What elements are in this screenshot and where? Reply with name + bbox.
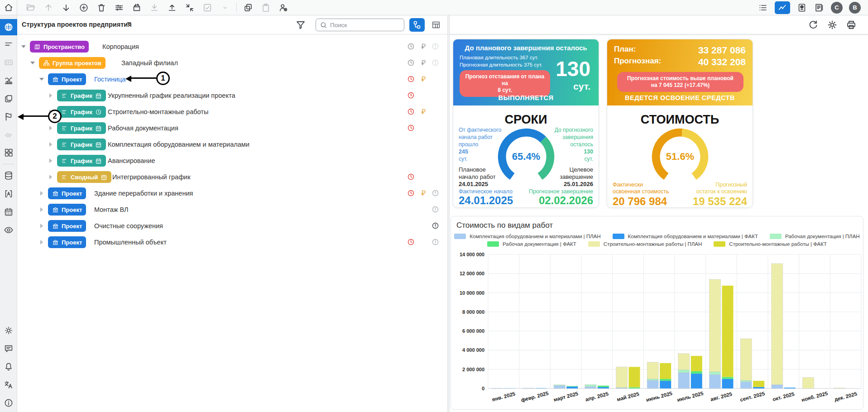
- project-tree: ПространствоКорпорацияГруппа проектовЗап…: [17, 34, 447, 412]
- paste-icon: [261, 3, 271, 13]
- ruble-status-icon: [419, 58, 427, 67]
- tree-row[interactable]: ГрафикРабочая документация: [17, 120, 447, 136]
- tree-row[interactable]: ПроектОчистные сооружения: [17, 218, 447, 234]
- tree-item-label[interactable]: Интегрированный график: [62, 173, 191, 181]
- tree-caret-closed[interactable]: [47, 157, 54, 164]
- tree-row[interactable]: ПроектГостиница: [17, 71, 447, 87]
- tree-item-label[interactable]: Корпорация: [34, 43, 139, 50]
- sidebar-item-histogram[interactable]: [0, 72, 17, 90]
- report-button[interactable]: [814, 2, 825, 13]
- tree-caret-open[interactable]: [29, 59, 36, 67]
- translate-icon: [4, 380, 14, 390]
- tree-row[interactable]: ПространствоКорпорация: [17, 38, 447, 55]
- tree-caret-closed[interactable]: [38, 190, 45, 197]
- trash-button[interactable]: [96, 2, 107, 13]
- sidebar-item-globe[interactable]: [0, 19, 17, 35]
- upload-button[interactable]: [167, 2, 177, 13]
- unpack-box-button[interactable]: [131, 2, 142, 13]
- svg-text:нояб. 2025: нояб. 2025: [801, 390, 829, 402]
- flag-icon: [4, 112, 14, 122]
- sidebar-item-grid[interactable]: [0, 144, 17, 162]
- clock-status-icon: [407, 58, 415, 67]
- sidebar-item-eye[interactable]: [0, 221, 17, 239]
- tree-caret-closed[interactable]: [47, 108, 54, 115]
- tree-item-label[interactable]: Здание переработки и хранения: [53, 190, 193, 197]
- tree-caret-closed[interactable]: [47, 92, 54, 99]
- adjustments-button[interactable]: [114, 2, 125, 13]
- tree-item-label[interactable]: Рабочая документация: [62, 125, 178, 132]
- sidebar-item-sun[interactable]: [0, 321, 17, 340]
- table-view-toggle[interactable]: [428, 18, 444, 32]
- tree-item-label[interactable]: Комплектация оборудованием и материалами: [62, 141, 249, 148]
- tree-item-label[interactable]: Промышленный объект: [53, 239, 167, 246]
- trash-icon: [96, 3, 106, 13]
- home-button[interactable]: [0, 0, 17, 15]
- info-status-icon: [431, 42, 440, 51]
- tree-caret-closed[interactable]: [47, 125, 54, 132]
- collapse-button[interactable]: [184, 2, 195, 13]
- tree-item-label[interactable]: Строительно-монтажные работы: [62, 108, 208, 115]
- tree-item-label[interactable]: Авансирование: [62, 157, 155, 164]
- tree-row[interactable]: ГрафикСтроительно-монтажные работы: [17, 104, 447, 120]
- analytics-view-button[interactable]: [775, 1, 790, 14]
- tree-item-label[interactable]: Очистные сооружения: [53, 222, 163, 230]
- tree-item-label[interactable]: Монтаж ВЛ: [53, 206, 129, 213]
- tree-caret-closed[interactable]: [47, 173, 54, 181]
- passport-button[interactable]: [796, 2, 807, 13]
- tree-row[interactable]: ПроектПромышленный объект: [17, 234, 447, 250]
- svg-text:апр. 2025: апр. 2025: [585, 391, 609, 402]
- deadline-warning-icon: [407, 75, 416, 84]
- list-view-button[interactable]: [758, 2, 768, 13]
- add-circle-button[interactable]: [78, 2, 89, 13]
- sidebar-item-info[interactable]: [0, 394, 17, 412]
- tree-row[interactable]: СводныйИнтегрированный график: [17, 169, 447, 185]
- tree-caret-closed[interactable]: [38, 206, 45, 213]
- tree-row[interactable]: Группа проектовЗападный филиал: [17, 55, 447, 71]
- print-button[interactable]: [845, 19, 857, 31]
- sidebar-item-comment[interactable]: [0, 340, 17, 358]
- tree-row[interactable]: ГрафикАвансирование: [17, 153, 447, 169]
- tree-row[interactable]: ПроектЗдание переработки и хранения: [17, 185, 447, 201]
- tree-item-label[interactable]: Гостиница: [53, 76, 125, 83]
- search-input[interactable]: [330, 22, 393, 29]
- deadline-warning-icon: [407, 42, 416, 51]
- tree-item-label[interactable]: Укрупненный график реализации проекта: [62, 92, 235, 99]
- tree-row[interactable]: ПроектМонтаж ВЛ: [17, 201, 447, 218]
- search-box[interactable]: [316, 19, 404, 31]
- refresh-button[interactable]: [807, 19, 819, 31]
- tree-view-toggle[interactable]: [409, 18, 425, 32]
- filter-icon[interactable]: [295, 19, 306, 30]
- user-settings-button[interactable]: [278, 2, 289, 13]
- analytics-view-icon: [777, 3, 787, 13]
- sidebar-item-flag[interactable]: [0, 108, 17, 126]
- sidebar-item-calendar[interactable]: [0, 203, 17, 221]
- sidebar-item-database[interactable]: [0, 167, 17, 185]
- cost-status: ВЕДЕТСЯ ОСВОЕНИЕ СРЕДСТВ: [607, 94, 753, 101]
- tree-caret-closed[interactable]: [38, 239, 45, 246]
- copy-button[interactable]: [243, 2, 254, 13]
- tree-caret-closed[interactable]: [47, 141, 54, 148]
- sidebar-item-bell[interactable]: [0, 358, 17, 376]
- ruble-status-icon: [419, 75, 427, 83]
- settings-button[interactable]: [826, 19, 838, 31]
- toolbar-actions: [17, 2, 289, 13]
- tree-item-label[interactable]: Западный филиал: [43, 59, 178, 67]
- view-title-caret-icon[interactable]: [127, 22, 131, 25]
- tree-row[interactable]: ГрафикКомплектация оборудованием и матер…: [17, 136, 447, 153]
- avatar-c-button[interactable]: C: [831, 2, 843, 14]
- sidebar-item-translate[interactable]: [0, 376, 17, 394]
- tree-caret-open[interactable]: [38, 76, 45, 83]
- avatar-b-button[interactable]: B: [849, 2, 861, 14]
- tree-caret-closed[interactable]: [38, 222, 45, 230]
- structure-icon: [4, 39, 14, 49]
- view-title[interactable]: Структура проектов предприятия: [22, 21, 132, 28]
- tree-caret-open[interactable]: [20, 43, 27, 50]
- tree-row[interactable]: ГрафикУкрупненный график реализации прое…: [17, 87, 447, 104]
- sidebar-item-layers[interactable]: [0, 90, 17, 108]
- sidebar-item-text-brackets[interactable]: [0, 185, 17, 203]
- panel-splitter[interactable]: [447, 15, 450, 412]
- sidebar-item-structure[interactable]: [0, 35, 17, 53]
- arrow-down-button[interactable]: [61, 2, 72, 13]
- forecast-cost-value: 40 332 208: [698, 57, 746, 67]
- cost-warning-icon: [419, 58, 428, 67]
